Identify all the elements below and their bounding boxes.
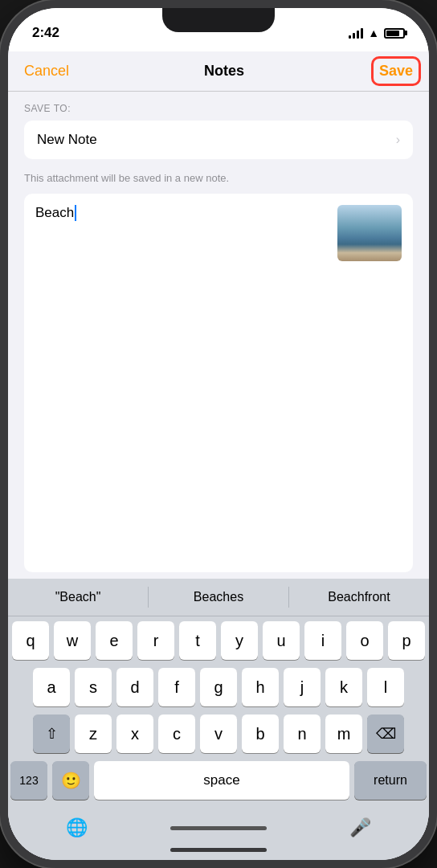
key-b[interactable]: b — [242, 714, 279, 753]
battery-icon — [384, 28, 405, 39]
chevron-right-icon: › — [396, 133, 400, 147]
content-area: SAVE TO: New Note › This attachment will… — [8, 92, 429, 579]
nav-title: Notes — [204, 63, 244, 80]
save-to-section: SAVE TO: New Note › — [8, 92, 429, 166]
home-indicator — [170, 826, 267, 830]
note-text-area: Beach — [35, 205, 329, 561]
notch — [162, 8, 275, 32]
note-editor[interactable]: Beach — [24, 194, 413, 572]
autocomplete-item-2[interactable]: Beachfront — [289, 587, 429, 608]
battery-fill — [386, 31, 399, 36]
return-key[interactable]: return — [354, 761, 427, 800]
save-to-label: SAVE TO: — [24, 103, 413, 114]
status-icons: ▲ — [349, 27, 405, 39]
phone-screen: 2:42 ▲ Cancel Notes Save — [8, 8, 429, 860]
key-q[interactable]: q — [12, 621, 49, 660]
key-i[interactable]: i — [304, 621, 341, 660]
key-a[interactable]: a — [33, 668, 70, 706]
key-y[interactable]: y — [221, 621, 258, 660]
key-v[interactable]: v — [200, 714, 237, 753]
space-key[interactable]: space — [94, 761, 349, 800]
key-z[interactable]: z — [75, 714, 112, 753]
autocomplete-item-0[interactable]: "Beach" — [8, 587, 149, 608]
home-bar — [170, 848, 267, 852]
note-text: Beach — [35, 205, 74, 221]
emoji-key[interactable]: 🙂 — [52, 761, 89, 800]
autocomplete-bar: "Beach" Beaches Beachfront — [8, 579, 429, 616]
home-row: 🌐 🎤 — [8, 809, 429, 843]
key-s[interactable]: s — [75, 668, 112, 706]
key-p[interactable]: p — [388, 621, 425, 660]
save-button-wrapper: Save — [379, 63, 413, 80]
status-time: 2:42 — [32, 25, 59, 41]
key-n[interactable]: n — [284, 714, 321, 753]
cancel-button[interactable]: Cancel — [24, 63, 69, 80]
key-row-2: a s d f g h j k l — [10, 668, 427, 706]
key-c[interactable]: c — [158, 714, 195, 753]
nav-bar: Cancel Notes Save — [8, 51, 429, 92]
key-o[interactable]: o — [346, 621, 383, 660]
key-h[interactable]: h — [242, 668, 279, 706]
text-cursor — [75, 205, 76, 221]
key-row-3: ⇧ z x c v b n m ⌫ — [10, 714, 427, 753]
keyboard: q w e r t y u i o p a s d f g — [8, 616, 429, 809]
numbers-key[interactable]: 123 — [10, 761, 47, 800]
keyboard-section: "Beach" Beaches Beachfront q w e r t y u… — [8, 579, 429, 860]
key-x[interactable]: x — [116, 714, 153, 753]
note-input: Beach — [35, 205, 329, 221]
signal-icon — [349, 27, 363, 39]
wifi-icon: ▲ — [368, 27, 379, 39]
shift-key[interactable]: ⇧ — [33, 714, 70, 753]
key-e[interactable]: e — [96, 621, 133, 660]
phone-frame: 2:42 ▲ Cancel Notes Save — [0, 0, 437, 868]
key-k[interactable]: k — [325, 668, 362, 706]
delete-key[interactable]: ⌫ — [367, 714, 404, 753]
key-l[interactable]: l — [367, 668, 404, 706]
note-attachment-thumbnail — [337, 205, 402, 261]
home-bar-area — [8, 843, 429, 860]
autocomplete-item-1[interactable]: Beaches — [149, 587, 289, 608]
key-m[interactable]: m — [325, 714, 362, 753]
key-d[interactable]: d — [116, 668, 153, 706]
key-row-4: 123 🙂 space return — [10, 761, 427, 800]
key-g[interactable]: g — [200, 668, 237, 706]
microphone-icon[interactable]: 🎤 — [348, 816, 372, 840]
key-w[interactable]: w — [54, 621, 91, 660]
key-r[interactable]: r — [137, 621, 174, 660]
key-t[interactable]: t — [179, 621, 216, 660]
globe-icon[interactable]: 🌐 — [65, 816, 89, 840]
save-to-destination: New Note — [37, 132, 97, 148]
key-j[interactable]: j — [284, 668, 321, 706]
save-highlight-ring — [371, 56, 421, 86]
key-row-1: q w e r t y u i o p — [10, 621, 427, 660]
save-to-hint: This attachment will be saved in a new n… — [8, 166, 429, 187]
key-f[interactable]: f — [158, 668, 195, 706]
key-u[interactable]: u — [263, 621, 300, 660]
save-to-row[interactable]: New Note › — [24, 121, 413, 159]
